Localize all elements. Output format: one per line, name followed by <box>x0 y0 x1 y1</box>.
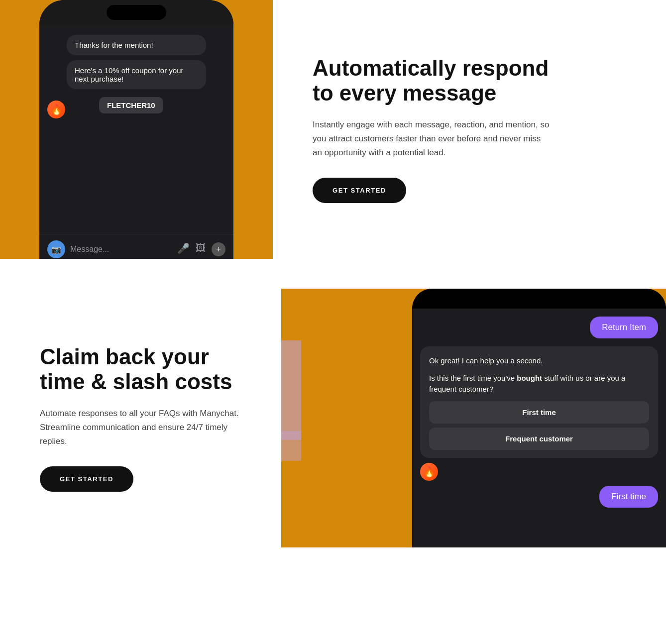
phone-mockup-bottom: Return Item Ok great! I can help you a s… <box>412 289 666 547</box>
return-item-bubble: Return Item <box>590 317 658 338</box>
avatar-row-bottom: 🔥 <box>420 463 658 481</box>
phone-chat-area-top: Thanks for the mention! Here's a 10% off… <box>39 25 233 234</box>
phone-chat-area-bottom: Return Item Ok great! I can help you a s… <box>412 309 666 547</box>
phone-top-bar-bottom <box>412 289 666 309</box>
phone-panel-bottom: Return Item Ok great! I can help you a s… <box>281 289 666 547</box>
content-inner-bottom: Claim back your time & slash costs Autom… <box>40 344 241 492</box>
input-icons-top: 🎤 🖼 + <box>177 242 225 256</box>
get-started-button-bottom[interactable]: GET STARTED <box>40 466 133 492</box>
bot-greeting: Ok great! I can help you a second. <box>429 355 649 367</box>
avatar-bottom: 🔥 <box>420 463 438 481</box>
section-heading-bottom: Claim back your time & slash costs <box>40 344 241 395</box>
fire-icon-bottom: 🔥 <box>423 466 436 478</box>
avatar-row-top: 🔥 FLETCHER10 <box>47 94 225 118</box>
message-input-bar-top: 📷 Message... 🎤 🖼 + <box>39 234 233 259</box>
section-description-top: Instantly engage with each message, reac… <box>313 118 552 160</box>
avatar-top: 🔥 <box>47 101 65 118</box>
first-time-reply-bubble: First time <box>599 486 658 508</box>
choice-first-time[interactable]: First time <box>429 401 649 424</box>
phone-top-bar <box>39 0 233 25</box>
content-panel-bottom: Claim back your time & slash costs Autom… <box>0 289 281 547</box>
content-panel-top: Automatically respond to every message I… <box>273 0 666 259</box>
mic-icon[interactable]: 🎤 <box>177 242 190 256</box>
phone-panel-top: Thanks for the mention! Here's a 10% off… <box>0 0 273 259</box>
bot-question: Is this the first time you've bought stu… <box>429 373 649 395</box>
section-description-bottom: Automate responses to all your FAQs with… <box>40 407 241 448</box>
phone-notch <box>107 5 166 20</box>
bot-question-bold: bought <box>517 374 542 382</box>
section-top: Thanks for the mention! Here's a 10% off… <box>0 0 666 259</box>
content-inner-top: Automatically respond to every message I… <box>313 56 552 203</box>
chat-bubble-thanks: Thanks for the mention! <box>67 35 206 55</box>
plus-icon-top[interactable]: + <box>212 242 225 256</box>
message-placeholder-top: Message... <box>70 245 172 254</box>
get-started-button-top[interactable]: GET STARTED <box>313 178 406 203</box>
section-bottom: Claim back your time & slash costs Autom… <box>0 289 666 547</box>
image-icon[interactable]: 🖼 <box>196 242 206 256</box>
choice-frequent-customer[interactable]: Frequent customer <box>429 428 649 450</box>
coupon-code: FLETCHER10 <box>99 97 163 113</box>
chat-bubble-coupon-msg: Here's a 10% off coupon for your next pu… <box>67 60 206 89</box>
camera-icon[interactable]: 📷 <box>47 240 65 258</box>
section-heading-top: Automatically respond to every message <box>313 56 552 106</box>
fire-icon: 🔥 <box>50 104 63 115</box>
bot-message-card: Ok great! I can help you a second. Is th… <box>420 346 658 458</box>
phone-mockup-top: Thanks for the mention! Here's a 10% off… <box>39 0 233 259</box>
